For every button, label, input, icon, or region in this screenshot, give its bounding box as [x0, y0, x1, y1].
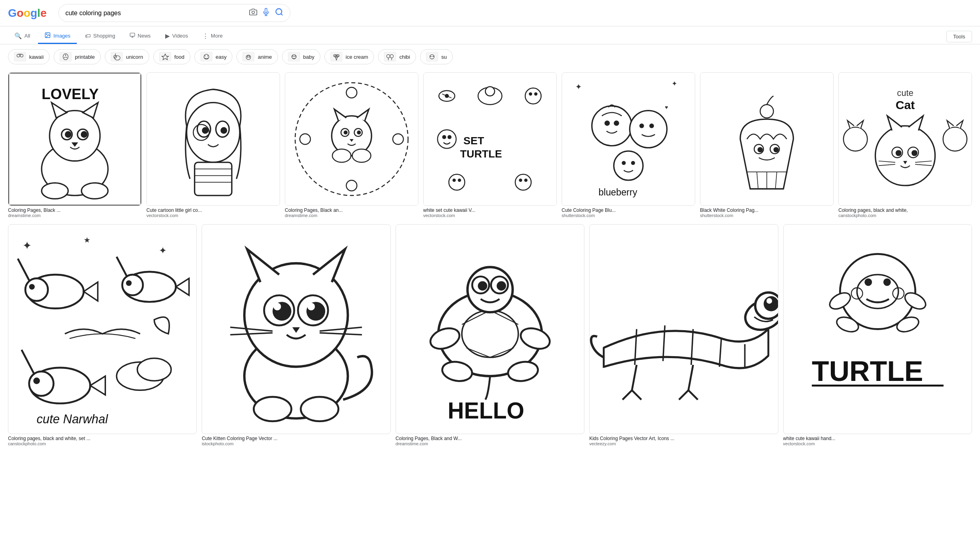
- chip-unicorn[interactable]: unicorn: [105, 49, 149, 64]
- search-button[interactable]: [275, 8, 284, 18]
- image-item-12[interactable]: TURTLE white cute kawaii hand... vectors…: [783, 224, 972, 446]
- chip-food-icon: [159, 52, 171, 62]
- image-thumb-12: TURTLE: [783, 224, 972, 434]
- svg-point-134: [943, 127, 967, 151]
- tools-button[interactable]: Tools: [946, 31, 972, 42]
- svg-text:✦: ✦: [159, 245, 167, 256]
- image-item-8[interactable]: ✦ ✦ ★: [8, 224, 197, 446]
- image-item-3[interactable]: Coloring Pages, Black an... dreamstime.c…: [285, 72, 418, 218]
- image-item-2[interactable]: Cute cartoon little girl co... vectorsto…: [146, 72, 280, 218]
- image-source-12: vectorstock.com: [783, 441, 972, 446]
- image-item-4[interactable]: SET TURTLE white set cute kawaii V... ve…: [423, 72, 557, 218]
- svg-point-16: [65, 54, 66, 56]
- svg-text:TURTLE: TURTLE: [812, 355, 923, 387]
- chip-kawaii[interactable]: kawaii: [8, 49, 50, 64]
- chip-printable-icon: [60, 52, 72, 62]
- tab-more[interactable]: ⋮ More: [196, 29, 229, 44]
- image-item-5[interactable]: ✦ ✦ ♥: [562, 72, 695, 218]
- svg-rect-9: [14, 52, 26, 61]
- nav-tabs: 🔍 All Images 🏷 Shopping News ▶ Videos ⋮ …: [0, 26, 980, 44]
- image-thumb-6: [700, 72, 834, 206]
- chip-ice-cream-icon: [330, 52, 342, 62]
- image-item-11[interactable]: Kids Coloring Pages Vector Art, Icons ..…: [589, 224, 778, 446]
- chip-anime-icon: [242, 52, 254, 62]
- svg-point-83: [485, 87, 494, 96]
- chip-su-icon: [426, 52, 438, 62]
- svg-text:SET: SET: [464, 135, 484, 147]
- svg-point-93: [452, 179, 456, 182]
- svg-point-89: [448, 135, 452, 139]
- svg-rect-40: [426, 52, 438, 61]
- chip-easy[interactable]: easy: [194, 49, 232, 64]
- chip-baby-label: baby: [303, 54, 314, 60]
- svg-point-70: [344, 130, 348, 134]
- tab-shopping[interactable]: 🏷 Shopping: [78, 29, 122, 44]
- news-nav-icon: [130, 32, 135, 39]
- svg-point-84: [525, 88, 541, 104]
- svg-point-81: [445, 94, 449, 98]
- image-thumb-7: cute Cat: [838, 72, 972, 206]
- chip-kawaii-label: kawaii: [29, 54, 44, 60]
- chip-printable[interactable]: printable: [54, 49, 101, 64]
- svg-text:♥: ♥: [665, 104, 668, 110]
- svg-text:✦: ✦: [672, 80, 677, 88]
- image-source-11: vecteezy.com: [589, 441, 778, 446]
- image-item-10[interactable]: HELLO Coloring Pages, Black and W... dre…: [396, 224, 584, 446]
- image-source-5: shutterstock.com: [562, 213, 695, 218]
- image-item-6[interactable]: Black White Coloring Pag... shutterstock…: [700, 72, 834, 218]
- search-input[interactable]: [65, 10, 245, 17]
- svg-point-192: [766, 298, 772, 304]
- voice-search-button[interactable]: [262, 8, 270, 18]
- svg-rect-43: [433, 56, 434, 57]
- svg-text:HELLO: HELLO: [448, 398, 524, 423]
- svg-point-24: [207, 56, 208, 56]
- chip-ice-cream-label: ice cream: [346, 54, 368, 60]
- camera-search-button[interactable]: [249, 8, 257, 18]
- tab-videos[interactable]: ▶ Videos: [159, 29, 195, 44]
- chip-chibi[interactable]: chibi: [378, 49, 416, 64]
- image-thumb-11: [589, 224, 778, 434]
- chip-food[interactable]: food: [153, 49, 190, 64]
- svg-point-59: [220, 127, 227, 134]
- svg-text:TURTLE: TURTLE: [460, 148, 502, 160]
- image-title-6: Black White Coloring Pag...: [700, 207, 834, 213]
- chip-ice-cream[interactable]: ice cream: [324, 49, 374, 64]
- image-item-9[interactable]: Cute Kitten Coloring Page Vector ... ist…: [202, 224, 390, 446]
- tab-images[interactable]: Images: [38, 29, 77, 44]
- svg-point-109: [622, 161, 626, 165]
- svg-point-147: [33, 378, 40, 384]
- svg-point-77: [352, 149, 371, 162]
- svg-point-76: [332, 149, 351, 162]
- image-thumb-4: SET TURTLE: [423, 72, 557, 206]
- tab-all[interactable]: 🔍 All: [8, 29, 36, 44]
- chip-su[interactable]: su: [420, 49, 453, 64]
- svg-point-128: [912, 150, 918, 156]
- search-icons: [249, 8, 284, 18]
- image-item-7[interactable]: cute Cat: [838, 72, 972, 218]
- svg-point-133: [844, 127, 868, 151]
- chip-anime[interactable]: anime: [236, 49, 278, 64]
- more-nav-icon: ⋮: [202, 32, 208, 40]
- chip-baby[interactable]: baby: [282, 49, 320, 64]
- chip-unicorn-icon: [111, 52, 123, 62]
- svg-point-104: [614, 121, 619, 126]
- image-thumb-1: LOVELY: [8, 72, 142, 206]
- chip-unicorn-label: unicorn: [126, 54, 143, 60]
- google-logo[interactable]: Google: [8, 7, 46, 20]
- svg-point-105: [630, 111, 667, 148]
- tab-images-label: Images: [53, 33, 70, 39]
- svg-point-141: [29, 284, 35, 290]
- image-title-9: Cute Kitten Coloring Page Vector ...: [202, 436, 390, 441]
- image-item-1[interactable]: LOVELY: [8, 72, 142, 218]
- image-thumb-9: [202, 224, 390, 434]
- svg-line-13: [20, 54, 22, 54]
- tab-news[interactable]: News: [123, 29, 157, 44]
- image-source-2: vectorstock.com: [146, 213, 280, 218]
- image-title-2: Cute cartoon little girl co...: [146, 207, 280, 213]
- svg-point-159: [308, 303, 315, 311]
- svg-point-107: [649, 124, 654, 128]
- search-bar[interactable]: [58, 4, 290, 22]
- svg-point-158: [274, 303, 281, 311]
- svg-point-110: [631, 161, 635, 165]
- svg-point-95: [515, 174, 531, 190]
